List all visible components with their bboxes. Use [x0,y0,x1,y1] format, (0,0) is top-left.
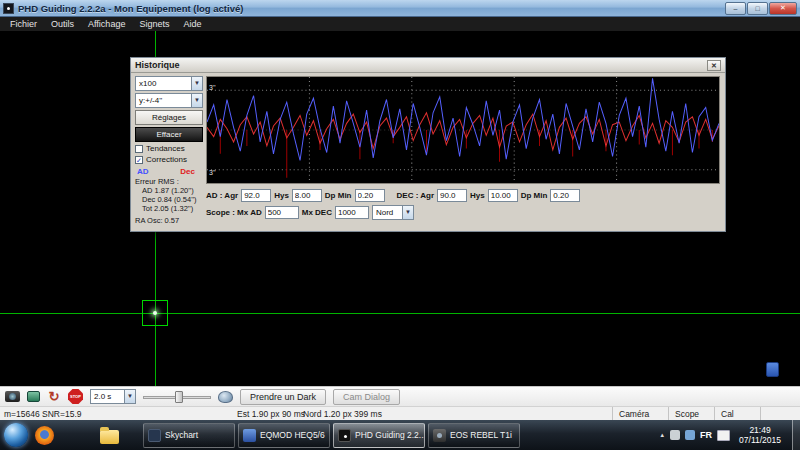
trend-checkbox[interactable] [135,145,143,153]
language-indicator[interactable]: FR [700,430,712,440]
windows-taskbar: Skychart EQMOD HEQ5/6 PHD Guiding 2.2...… [0,420,800,450]
ad-hysteresis-input[interactable] [292,189,322,202]
trace-legend: AD Dec [135,164,203,177]
rms-ra-value: AD 1.87 (1.20'') [135,186,203,195]
history-close-icon[interactable]: ✕ [707,60,721,71]
loop-exposures-icon[interactable] [47,390,61,404]
corrections-checkbox[interactable]: ✓ [135,156,143,164]
dec-aggression-input[interactable] [437,189,467,202]
explorer-folder-icon[interactable] [100,430,119,444]
menu-fichier[interactable]: Fichier [3,17,44,31]
y-scale-select[interactable]: y:+/-4'' ▼ [135,93,203,108]
chevron-down-icon: ▼ [191,94,202,107]
corrections-checkbox-row[interactable]: ✓ Corrections [135,155,203,164]
firefox-icon[interactable] [35,426,54,445]
history-dialog: Historique ✕ x100 ▼ y:+/-4'' ▼ Réglages … [130,57,726,232]
menu-outils[interactable]: Outils [44,17,81,31]
connection-status-panels: Caméra Scope Cal [612,407,800,420]
dec-hys-label: Hys [470,191,485,200]
chevron-down-icon: ▼ [191,77,202,90]
taskbar-button-eos[interactable]: EOS REBEL T1i [428,423,520,448]
show-desktop-button[interactable] [792,420,800,450]
ra-legend-label: AD [137,167,149,176]
network-icon[interactable] [685,430,695,440]
y-axis-top-label: 3'' [209,84,216,91]
ad-minmove-input[interactable] [355,189,385,202]
dec-agr-label: DEC : Agr [397,191,434,200]
dec-hysteresis-input[interactable] [488,189,518,202]
phd-app-icon [3,3,14,14]
max-ra-duration-input[interactable] [265,206,299,219]
status-spacer [760,407,800,420]
clock-date: 07/11/2015 [739,435,781,445]
x-scale-select[interactable]: x100 ▼ [135,76,203,91]
taskbar-clock[interactable]: 21:49 07/11/2015 [739,425,781,445]
close-button[interactable]: ✕ [769,2,797,15]
camera-view[interactable]: Historique ✕ x100 ▼ y:+/-4'' ▼ Réglages … [0,31,800,386]
phd-guiding-window: PHD Guiding 2.2.2a - Mon Equipement (log… [0,0,800,450]
cam-dialog-button[interactable]: Cam Dialog [333,389,400,405]
exposure-select[interactable]: 2.0 s ▼ [90,389,136,404]
take-dark-button[interactable]: Prendre un Dark [240,389,326,405]
history-controls-column: x100 ▼ y:+/-4'' ▼ Réglages Effacer Tenda… [135,76,203,225]
y-axis-bottom-label: 3'' [209,169,216,176]
main-toolbar: 2.0 s ▼ Prendre un Dark Cam Dialog [0,386,800,406]
ad-dpmin-label: Dp Min [325,191,352,200]
rms-header: Erreur RMS : [135,177,203,186]
scope-mxad-label: Scope : Mx AD [206,208,262,217]
corrections-label: Corrections [146,155,187,164]
east-pulse-status: Est 1.90 px 90 ms [237,409,305,419]
hidden-icons-chevron[interactable] [659,432,665,438]
ra-dec-parameter-row: AD : Agr Hys Dp Min DEC : Agr Hys Dp Min [206,188,720,203]
phd-icon [338,429,351,442]
crosshair-horizontal-line [0,313,800,314]
telescope-icon[interactable] [27,391,40,402]
rms-tot-value: Tot 2.05 (1.32'') [135,204,203,213]
stop-icon[interactable] [68,389,83,404]
gamma-slider[interactable] [143,390,211,404]
menu-affichage[interactable]: Affichage [81,17,132,31]
eos-camera-icon [433,429,446,442]
dec-minmove-input[interactable] [550,189,580,202]
menu-bar: Fichier Outils Affichage Signets Aide [0,17,800,31]
guide-parameters: AD : Agr Hys Dp Min DEC : Agr Hys Dp Min [206,188,720,222]
window-title: PHD Guiding 2.2.2a - Mon Equipement (log… [18,3,243,14]
ad-agr-label: AD : Agr [206,191,238,200]
menu-aide[interactable]: Aide [176,17,208,31]
maximize-button[interactable]: □ [747,2,768,15]
ra-osc-value: RA Osc: 0.57 [135,216,203,225]
taskbar-button-skychart[interactable]: Skychart [143,423,235,448]
ad-hys-label: Hys [274,191,289,200]
window-controls: ‒ □ ✕ [725,2,797,15]
dec-guide-mode-select[interactable]: Nord ▼ [372,205,414,220]
ad-aggression-input[interactable] [241,189,271,202]
chevron-down-icon: ▼ [124,390,135,403]
skychart-icon [148,429,161,442]
keyboard-layout-icon[interactable] [717,430,730,441]
minimize-button[interactable]: ‒ [725,2,746,15]
trend-checkbox-row[interactable]: Tendances [135,144,203,153]
max-dec-duration-input[interactable] [335,206,369,219]
action-center-icon[interactable] [670,430,680,440]
start-button[interactable] [4,423,28,447]
settings-button[interactable]: Réglages [135,110,203,125]
mxdec-label: Mx DEC [302,208,332,217]
menu-signets[interactable]: Signets [132,17,176,31]
slider-thumb[interactable] [175,391,183,403]
calibration-status: Cal [714,407,760,420]
north-pulse-status: Nord 1.20 px 399 ms [303,409,382,419]
clear-button[interactable]: Effacer [135,127,203,142]
guide-star[interactable] [153,311,157,315]
eqmod-icon [243,429,256,442]
status-bar: m=15646 SNR=15.9 Est 1.90 px 90 ms Nord … [0,406,800,420]
dec-dpmin-label: Dp Min [521,191,548,200]
camera-connect-icon[interactable] [5,391,20,402]
dec-legend-label: Dec [180,167,195,176]
brain-settings-icon[interactable] [218,391,233,403]
scope-parameter-row: Scope : Mx AD Mx DEC Nord ▼ [206,205,720,220]
history-dialog-body: x100 ▼ y:+/-4'' ▼ Réglages Effacer Tenda… [133,74,723,229]
guide-graph: 3'' 3'' [206,76,720,184]
taskbar-button-eqmod[interactable]: EQMOD HEQ5/6 [238,423,330,448]
history-dialog-titlebar[interactable]: Historique ✕ [131,58,725,73]
taskbar-button-phd[interactable]: PHD Guiding 2.2... [333,423,425,448]
